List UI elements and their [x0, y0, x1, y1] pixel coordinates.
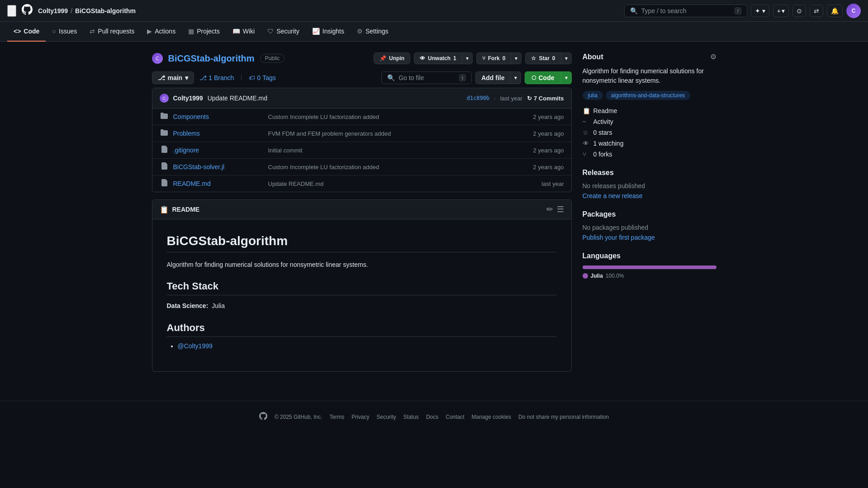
code-button[interactable]: ⬡ Code: [525, 71, 561, 84]
tab-wiki[interactable]: 📖 Wiki: [226, 22, 261, 42]
tab-insights[interactable]: 📈 Insights: [306, 22, 351, 42]
copilot-button[interactable]: ✦ ▾: [751, 5, 769, 17]
unwatch-button[interactable]: 👁 Unwatch 1: [414, 52, 462, 64]
global-search[interactable]: 🔍 Type / to search /: [624, 5, 747, 17]
footer-link[interactable]: Docs: [426, 414, 438, 420]
code-split: ⬡ Code ▾: [525, 71, 572, 84]
about-settings-button[interactable]: ⚙: [710, 52, 716, 61]
footer-link[interactable]: Do not share my personal information: [518, 414, 609, 420]
file-table: C Colty1999 Update README.md d1c890b · l…: [152, 88, 572, 192]
forks-link[interactable]: 0 forks: [593, 151, 612, 158]
folder-icon: [160, 112, 169, 121]
branch-selector[interactable]: ⎇ main ▾: [152, 71, 194, 84]
tab-settings[interactable]: ⚙ Settings: [351, 22, 395, 42]
readme-list-button[interactable]: ☰: [557, 204, 564, 214]
commit-author-link[interactable]: Colty1999: [173, 95, 203, 102]
unwatch-label: Unwatch: [428, 55, 451, 62]
hamburger-button[interactable]: ☰: [7, 5, 16, 17]
stars-link[interactable]: 0 stars: [593, 129, 612, 136]
star-dropdown[interactable]: ▾: [561, 52, 572, 64]
footer-links: TermsPrivacySecurityStatusDocsContactMan…: [329, 414, 609, 420]
file-time: last year: [519, 180, 564, 187]
file-row: Components Custom Incomplete LU factoriz…: [152, 109, 571, 125]
star-button[interactable]: ☆ Star 0: [525, 52, 561, 64]
pr-icon: ⇄: [90, 28, 95, 35]
file-time: 2 years ago: [519, 130, 564, 137]
code-dropdown[interactable]: ▾: [561, 71, 572, 84]
tab-security[interactable]: 🛡 Security: [261, 22, 306, 42]
tags-link[interactable]: 🏷 0 Tags: [249, 74, 275, 81]
file-name[interactable]: BiCGStab-solver.jl: [173, 163, 264, 171]
file-time: 2 years ago: [519, 164, 564, 171]
activity-link[interactable]: Activity: [593, 118, 613, 125]
tab-settings-label: Settings: [365, 28, 389, 35]
file-name[interactable]: Problems: [173, 130, 264, 137]
notifications-button[interactable]: 🔔: [827, 5, 843, 17]
breadcrumb-separator: /: [71, 7, 72, 14]
julia-name: Julia: [591, 273, 603, 279]
tab-projects[interactable]: ▦ Projects: [182, 22, 226, 42]
user-avatar[interactable]: C: [846, 4, 861, 18]
repo-avatar-initials: C: [156, 56, 159, 61]
readme-description: Algorithm for finding numerical solution…: [167, 260, 557, 270]
readme-section: 📋 README ✏ ☰ BiCGStab-algorithm Algorith…: [152, 199, 572, 372]
footer-logo: [259, 412, 267, 422]
topic-tag[interactable]: algorithms-and-data-structures: [606, 91, 690, 100]
file-commit-msg: Update README.md: [268, 180, 514, 187]
tab-code[interactable]: <> Code: [7, 22, 46, 42]
readme-edit-button[interactable]: ✏: [546, 204, 553, 214]
file-row: BiCGStab-solver.jl Custom Incomplete LU …: [152, 159, 571, 175]
file-commit-msg: Custom Incomplete LU factorization added: [268, 114, 514, 120]
commit-author-avatar: C: [160, 94, 169, 103]
publish-package-link[interactable]: Publish your first package: [583, 234, 655, 241]
branches-link[interactable]: ⎇ 1 Branch: [199, 74, 234, 81]
sidebar-stat-watching: 👁 1 watching: [583, 140, 716, 147]
file-row: .gitignore Initial commit 2 years ago: [152, 142, 571, 159]
file-name[interactable]: Components: [173, 113, 264, 120]
commits-count-link[interactable]: ↻ 7 Commits: [527, 95, 564, 102]
sidebar-stat-stars: ☆ 0 stars: [583, 129, 716, 136]
footer-link[interactable]: Contact: [446, 414, 464, 420]
code-chevron-icon: ⬡: [531, 75, 536, 81]
tab-actions[interactable]: ▶ Actions: [141, 22, 182, 42]
file-commit-msg: Custom Incomplete LU factorization added: [268, 164, 514, 171]
topic-tag[interactable]: julia: [583, 91, 603, 100]
fork-dropdown[interactable]: ▾: [511, 52, 522, 64]
commit-hash-link[interactable]: d1c890b: [467, 95, 490, 101]
go-to-file-input[interactable]: 🔍 Go to file t: [381, 71, 472, 84]
packages-empty: No packages published: [583, 224, 716, 231]
packages-section: Packages No packages published Publish y…: [583, 210, 716, 241]
readme-tech-stack-title: Tech Stack: [167, 280, 557, 295]
repo-nav: <> Code ○ Issues ⇄ Pull requests ▶ Actio…: [0, 22, 868, 42]
pull-requests-button[interactable]: ⇄: [810, 5, 823, 17]
watching-link[interactable]: 1 watching: [593, 140, 624, 147]
unpin-button[interactable]: 📌 Unpin: [374, 52, 410, 64]
footer-link[interactable]: Privacy: [351, 414, 369, 420]
tab-issues[interactable]: ○ Issues: [46, 22, 83, 42]
footer-link[interactable]: Manage cookies: [472, 414, 511, 420]
branch-info: ⎇ 1 Branch 🏷 0 Tags: [199, 74, 276, 81]
file-name[interactable]: README.md: [173, 180, 264, 187]
branch-info-divider: [241, 75, 242, 81]
julia-dot: [583, 273, 588, 279]
tab-pull-requests[interactable]: ⇄ Pull requests: [83, 22, 141, 42]
fork-button[interactable]: ⑂ Fork 0: [476, 52, 512, 64]
unwatch-dropdown[interactable]: ▾: [462, 52, 473, 64]
fork-label: Fork: [488, 55, 500, 62]
add-file-button[interactable]: Add file: [475, 71, 510, 84]
add-file-dropdown[interactable]: ▾: [511, 71, 521, 84]
create-new-button[interactable]: + ▾: [773, 5, 789, 17]
readme-stat-link[interactable]: Readme: [593, 107, 617, 114]
repo-title[interactable]: BiCGStab-algorithm: [168, 53, 255, 64]
issues-button[interactable]: ⊙: [792, 5, 806, 17]
file-name[interactable]: .gitignore: [173, 147, 264, 154]
packages-title: Packages: [583, 210, 716, 218]
breadcrumb-owner[interactable]: Colty1999: [38, 7, 68, 14]
create-release-link[interactable]: Create a new release: [583, 192, 643, 199]
file-icon: [160, 146, 169, 155]
footer-link[interactable]: Security: [376, 414, 396, 420]
tab-actions-label: Actions: [155, 28, 175, 35]
footer-link[interactable]: Status: [403, 414, 419, 420]
footer-link[interactable]: Terms: [329, 414, 344, 420]
readme-author-link[interactable]: @Colty1999: [178, 342, 213, 350]
